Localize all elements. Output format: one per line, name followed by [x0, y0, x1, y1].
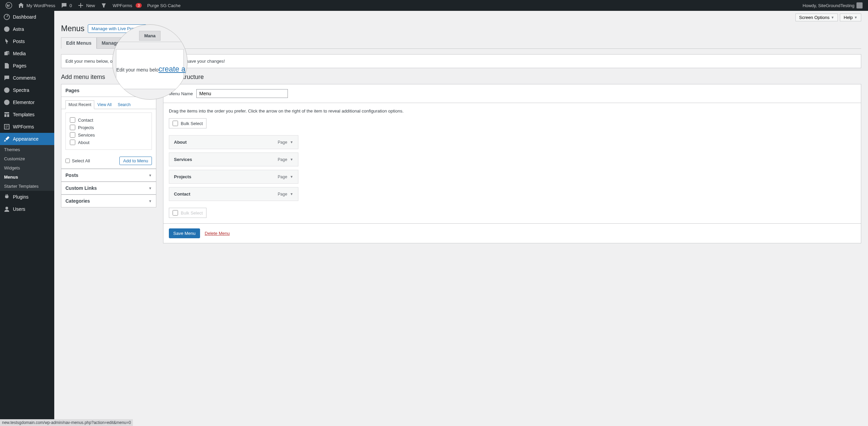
new-content[interactable]: New: [75, 0, 98, 11]
yoast-icon-svg: [100, 2, 107, 9]
comments[interactable]: 0: [58, 0, 75, 11]
wpforms-badge: 3: [136, 3, 142, 8]
my-account[interactable]: Howdy, SiteGroundTesting: [800, 0, 865, 11]
site-name[interactable]: My WordPress: [15, 0, 58, 11]
site-name-label: My WordPress: [26, 3, 55, 8]
yoast-icon[interactable]: [98, 0, 110, 11]
wpforms[interactable]: WPForms 3: [110, 0, 144, 11]
plus-icon: [77, 2, 84, 9]
adminbar: My WordPress 0 New WPForms 3 Purge SG Ca…: [0, 0, 868, 11]
wpforms-label: WPForms: [113, 3, 132, 8]
new-label: New: [86, 3, 95, 8]
comment-icon: [61, 2, 67, 9]
purge-cache[interactable]: Purge SG Cache: [144, 0, 183, 11]
avatar: [856, 2, 863, 8]
svg-point-0: [6, 2, 12, 8]
wp-logo[interactable]: [3, 0, 15, 11]
purge-label: Purge SG Cache: [147, 3, 180, 8]
comment-count: 0: [70, 3, 72, 8]
home-icon: [18, 2, 24, 9]
howdy-label: Howdy, SiteGroundTesting: [803, 3, 854, 8]
